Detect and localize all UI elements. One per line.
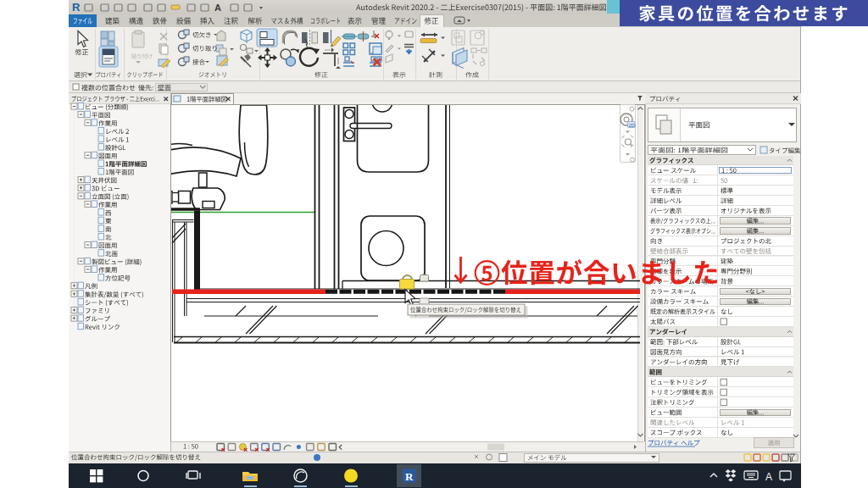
svg-text:R: R [72,1,81,14]
svg-text:R: R [405,470,414,483]
svg-text:A: A [765,471,772,483]
svg-text:A: A [214,3,221,13]
svg-text:2D: 2D [629,123,636,128]
